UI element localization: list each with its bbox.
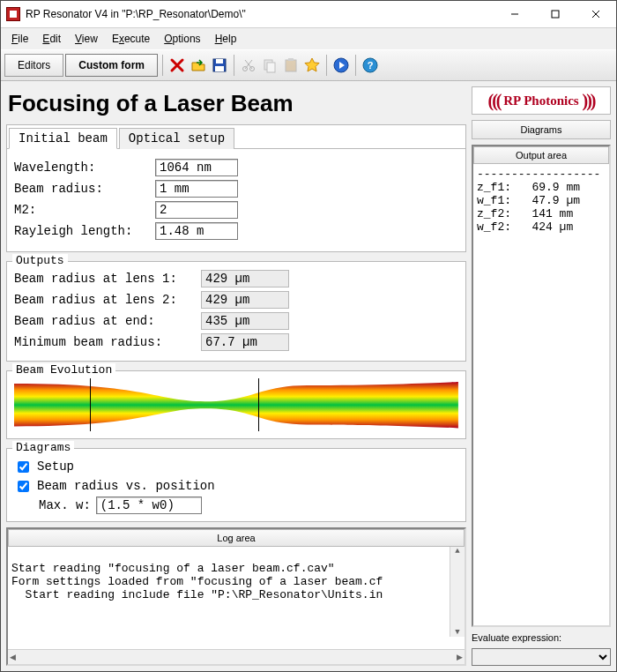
lens1-marker	[90, 378, 91, 431]
separator	[234, 55, 234, 76]
output-area-header: Output area	[473, 146, 609, 164]
help-icon[interactable]: ?	[361, 56, 380, 75]
outputs-group: Outputs Beam radius at lens 1:429 µm Bea…	[6, 261, 466, 362]
delete-icon[interactable]	[167, 56, 187, 75]
separator	[355, 55, 356, 76]
svg-rect-10	[267, 63, 275, 72]
log-panel: Log area Start reading "focusing of a la…	[6, 527, 466, 666]
eval-label: Evaluate expression:	[472, 632, 561, 643]
save-icon[interactable]	[210, 56, 229, 75]
beam-radius-label: Beam radius:	[14, 182, 155, 196]
maxw-input[interactable]	[96, 497, 202, 514]
maxw-label: Max. w:	[39, 498, 91, 512]
diagrams-legend: Diagrams	[12, 441, 74, 454]
separator	[162, 55, 163, 76]
m2-label: M2:	[14, 203, 155, 217]
rp-photonics-logo: ((( RP Photonics )))	[472, 86, 611, 115]
out-r2-label: Beam radius at lens 2:	[14, 293, 201, 307]
separator	[326, 55, 327, 76]
setup-checkbox[interactable]	[18, 461, 29, 473]
out-r1-label: Beam radius at lens 1:	[14, 272, 201, 286]
out-r2-value: 429 µm	[201, 291, 289, 309]
svg-rect-6	[215, 66, 224, 71]
run-icon[interactable]	[331, 56, 351, 75]
app-window: RP Resonator V4 in "P:\RP_Resonator\Demo…	[0, 0, 617, 672]
tab-optical-setup[interactable]: Optical setup	[119, 128, 234, 149]
toolbar: Editors Custom form ?	[1, 49, 616, 81]
rayleigh-label: Rayleigh length:	[14, 224, 155, 238]
beam-radius-input[interactable]	[155, 180, 238, 198]
out-rmin-label: Minimum beam radius:	[14, 335, 201, 349]
outputs-legend: Outputs	[12, 254, 68, 267]
menubar: File Edit View Execute Options Help	[1, 28, 616, 49]
log-scrollbar-h[interactable]: ◀▶	[8, 649, 465, 664]
menu-options[interactable]: Options	[157, 31, 207, 47]
copy-icon[interactable]	[260, 56, 279, 75]
eval-expression-select[interactable]	[472, 648, 611, 666]
open-icon[interactable]	[189, 56, 208, 75]
wavelength-input[interactable]	[155, 159, 238, 176]
diagrams-group: Diagrams Setup Beam radius vs. position …	[6, 448, 466, 522]
svg-rect-11	[286, 60, 296, 71]
menu-edit[interactable]: Edit	[35, 31, 68, 47]
menu-view[interactable]: View	[68, 31, 105, 47]
editors-tab-button[interactable]: Editors	[4, 54, 63, 77]
beam-evolution-plot	[14, 378, 458, 431]
titlebar: RP Resonator V4 in "P:\RP_Resonator\Demo…	[1, 1, 616, 28]
params-tabs: Initial beam Optical setup Wavelength: B…	[6, 124, 466, 252]
window-title: RP Resonator V4 in "P:\RP_Resonator\Demo…	[26, 8, 494, 20]
lens2-marker	[258, 378, 259, 431]
out-re-value: 435 µm	[201, 312, 289, 330]
out-r1-value: 429 µm	[201, 270, 289, 287]
paste-icon[interactable]	[281, 56, 301, 75]
wavelength-label: Wavelength:	[14, 161, 155, 175]
custom-form-tab-button[interactable]: Custom form	[65, 54, 158, 77]
menu-execute[interactable]: Execute	[105, 31, 157, 47]
menu-file[interactable]: File	[4, 31, 35, 47]
log-scrollbar-v[interactable]: ▲▼	[450, 547, 465, 637]
favorite-icon[interactable]	[302, 56, 322, 75]
svg-rect-1	[552, 11, 559, 18]
close-button[interactable]	[576, 1, 616, 27]
beam-vs-pos-label: Beam radius vs. position	[37, 479, 215, 493]
output-area-text[interactable]: ------------------ z_f1: 69.9 mm w_f1: 4…	[473, 164, 609, 625]
svg-rect-5	[216, 59, 223, 63]
out-re-label: Beam radius at end:	[14, 314, 201, 328]
svg-text:?: ?	[368, 60, 374, 71]
beam-vs-pos-checkbox[interactable]	[18, 481, 29, 492]
tab-initial-beam[interactable]: Initial beam	[9, 128, 117, 149]
output-area-panel: Output area ------------------ z_f1: 69.…	[472, 145, 611, 627]
cut-icon[interactable]	[239, 56, 258, 75]
out-rmin-value: 67.7 µm	[201, 333, 289, 351]
diagrams-button[interactable]: Diagrams	[472, 120, 611, 139]
rayleigh-input[interactable]	[155, 222, 238, 240]
log-header: Log area	[8, 529, 465, 547]
maximize-button[interactable]	[535, 1, 576, 27]
setup-label: Setup	[37, 459, 74, 474]
page-title: Focusing of a Laser Beam	[8, 90, 465, 117]
app-icon	[6, 7, 20, 21]
minimize-button[interactable]	[494, 1, 535, 27]
svg-rect-12	[288, 58, 294, 61]
beam-evolution-legend: Beam Evolution	[12, 363, 115, 377]
menu-help[interactable]: Help	[208, 31, 244, 47]
beam-evolution-group: Beam Evolution	[6, 370, 466, 439]
log-body[interactable]: Start reading "focusing of a laser beam.…	[8, 547, 465, 649]
m2-input[interactable]	[155, 201, 238, 219]
